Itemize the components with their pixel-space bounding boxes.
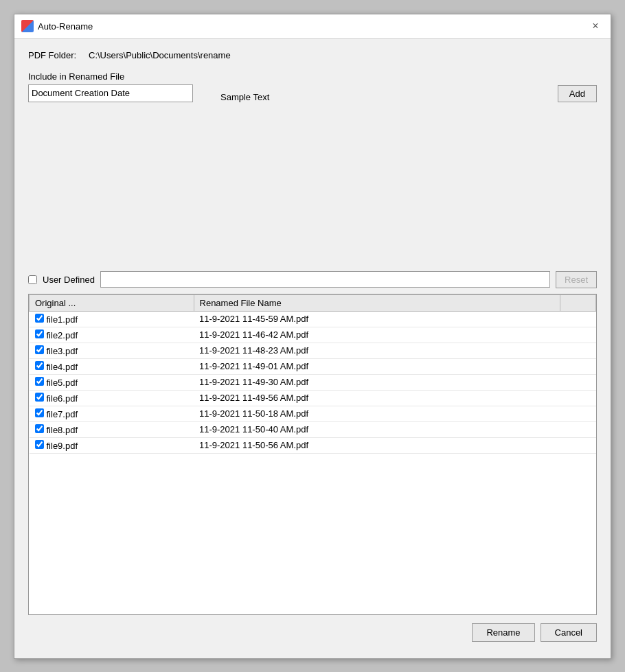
table-cell-renamed: 11-9-2021 11-49-30 AM.pdf <box>194 374 560 390</box>
include-dropdown[interactable]: Document Creation Date Document Modified… <box>28 84 193 102</box>
file-table: Original ... Renamed File Name file1.pdf… <box>29 294 596 454</box>
close-button[interactable]: × <box>587 18 604 34</box>
row-checkbox[interactable] <box>35 345 44 354</box>
original-filename: file5.pdf <box>47 378 78 388</box>
original-filename: file2.pdf <box>47 330 78 340</box>
title-bar-left: Auto-Rename <box>21 20 93 32</box>
table-row: file5.pdf11-9-2021 11-49-30 AM.pdf <box>30 374 596 390</box>
table-row: file4.pdf11-9-2021 11-49-01 AM.pdf <box>30 358 596 374</box>
file-table-container: Original ... Renamed File Name file1.pdf… <box>28 294 597 615</box>
window-title: Auto-Rename <box>38 21 93 32</box>
header-row: Original ... Renamed File Name <box>30 294 596 311</box>
row-checkbox[interactable] <box>35 314 44 323</box>
table-cell-renamed: 11-9-2021 11-49-01 AM.pdf <box>194 358 560 374</box>
table-cell-renamed: 11-9-2021 11-46-42 AM.pdf <box>194 327 560 343</box>
table-cell-original: file9.pdf <box>30 437 194 453</box>
rename-button[interactable]: Rename <box>472 623 534 642</box>
add-button[interactable]: Add <box>558 85 597 102</box>
original-filename: file4.pdf <box>47 362 78 372</box>
col-renamed: Renamed File Name <box>194 294 560 311</box>
table-cell-extra <box>560 327 596 343</box>
table-cell-extra <box>560 374 596 390</box>
app-icon <box>21 20 34 32</box>
file-table-body: file1.pdf11-9-2021 11-45-59 AM.pdffile2.… <box>30 311 596 453</box>
original-filename: file8.pdf <box>47 425 78 435</box>
col-extra <box>560 294 596 311</box>
table-cell-renamed: 11-9-2021 11-45-59 AM.pdf <box>194 311 560 327</box>
dialog-content: PDF Folder: C:\Users\Public\Documents\re… <box>14 39 611 658</box>
bottom-buttons: Rename Cancel <box>28 623 597 647</box>
table-cell-original: file1.pdf <box>30 311 194 327</box>
row-checkbox[interactable] <box>35 408 44 417</box>
pdf-folder-row: PDF Folder: C:\Users\Public\Documents\re… <box>28 50 597 60</box>
row-checkbox[interactable] <box>35 377 44 386</box>
dropdown-row: Document Creation Date Document Modified… <box>28 84 193 102</box>
sample-text-section: Sample Text <box>220 92 269 102</box>
original-filename: file9.pdf <box>47 441 78 451</box>
table-cell-original: file3.pdf <box>30 343 194 358</box>
row-checkbox[interactable] <box>35 361 44 370</box>
dialog-window: Auto-Rename × PDF Folder: C:\Users\Publi… <box>14 14 611 659</box>
table-row: file8.pdf11-9-2021 11-50-40 AM.pdf <box>30 421 596 437</box>
table-cell-extra <box>560 390 596 406</box>
user-defined-row: User Defined Reset <box>28 271 597 288</box>
pdf-folder-label: PDF Folder: <box>28 50 83 60</box>
table-row: file2.pdf11-9-2021 11-46-42 AM.pdf <box>30 327 596 343</box>
row-checkbox[interactable] <box>35 440 44 449</box>
sample-text-label: Sample Text <box>220 92 269 102</box>
user-defined-checkbox[interactable] <box>28 275 37 284</box>
table-cell-extra <box>560 358 596 374</box>
add-button-container: Add <box>558 85 597 102</box>
original-filename: file1.pdf <box>47 314 78 325</box>
table-row: file6.pdf11-9-2021 11-49-56 AM.pdf <box>30 390 596 406</box>
user-defined-input[interactable] <box>100 271 550 288</box>
table-cell-original: file2.pdf <box>30 327 194 343</box>
user-defined-checkbox-label[interactable]: User Defined <box>28 275 95 285</box>
row-checkbox[interactable] <box>35 424 44 433</box>
table-row: file1.pdf11-9-2021 11-45-59 AM.pdf <box>30 311 596 327</box>
file-table-header: Original ... Renamed File Name <box>30 294 596 311</box>
reset-button[interactable]: Reset <box>556 271 597 288</box>
col-original: Original ... <box>30 294 194 311</box>
table-cell-extra <box>560 406 596 421</box>
middle-spacer <box>28 111 597 271</box>
table-cell-renamed: 11-9-2021 11-50-18 AM.pdf <box>194 406 560 421</box>
table-cell-extra <box>560 421 596 437</box>
table-cell-extra <box>560 343 596 358</box>
table-cell-original: file4.pdf <box>30 358 194 374</box>
include-label: Include in Renamed File <box>28 71 193 82</box>
table-cell-renamed: 11-9-2021 11-50-56 AM.pdf <box>194 437 560 453</box>
include-left: Include in Renamed File Document Creatio… <box>28 71 193 102</box>
pdf-folder-path: C:\Users\Public\Documents\rename <box>89 50 231 60</box>
original-filename: file7.pdf <box>47 409 78 419</box>
table-cell-renamed: 11-9-2021 11-48-23 AM.pdf <box>194 343 560 358</box>
table-row: file3.pdf11-9-2021 11-48-23 AM.pdf <box>30 343 596 358</box>
cancel-button[interactable]: Cancel <box>541 623 597 642</box>
table-cell-extra <box>560 311 596 327</box>
table-cell-renamed: 11-9-2021 11-49-56 AM.pdf <box>194 390 560 406</box>
row-checkbox[interactable] <box>35 329 44 338</box>
row-checkbox[interactable] <box>35 393 44 402</box>
table-cell-extra <box>560 437 596 453</box>
table-cell-renamed: 11-9-2021 11-50-40 AM.pdf <box>194 421 560 437</box>
user-defined-label: User Defined <box>43 275 95 285</box>
original-filename: file6.pdf <box>47 393 78 404</box>
table-cell-original: file5.pdf <box>30 374 194 390</box>
table-row: file9.pdf11-9-2021 11-50-56 AM.pdf <box>30 437 596 453</box>
table-cell-original: file7.pdf <box>30 406 194 421</box>
table-cell-original: file8.pdf <box>30 421 194 437</box>
table-row: file7.pdf11-9-2021 11-50-18 AM.pdf <box>30 406 596 421</box>
original-filename: file3.pdf <box>47 346 78 356</box>
table-cell-original: file6.pdf <box>30 390 194 406</box>
title-bar: Auto-Rename × <box>14 14 611 39</box>
top-controls-row: Include in Renamed File Document Creatio… <box>28 71 597 102</box>
